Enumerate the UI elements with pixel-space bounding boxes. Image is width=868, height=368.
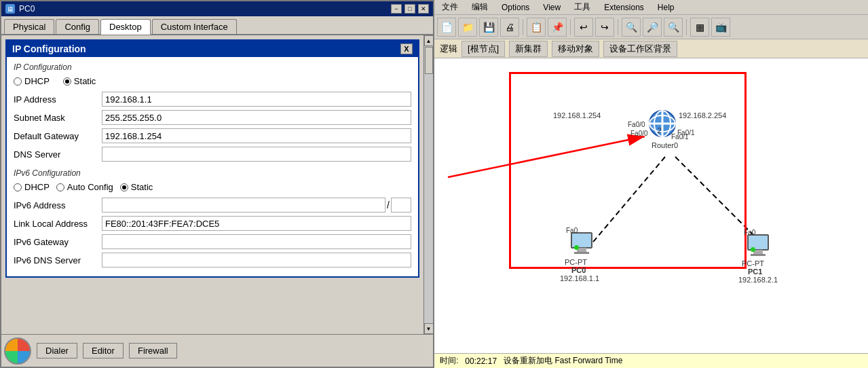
bottom-icon: [4, 337, 31, 365]
secondary-toolbar: 逻辑 [根节点] 新集群 移动对象 设备工作区背景: [434, 39, 868, 58]
zoom-in-button[interactable]: 🔍: [622, 18, 641, 37]
ipv6-section-label: IPv6 Configuration: [14, 168, 411, 178]
router-port-fa00: Fa0/0: [630, 130, 648, 137]
link-local-input[interactable]: [102, 216, 411, 231]
static-radio[interactable]: [63, 77, 71, 86]
ipv6-dhcp-radio[interactable]: [14, 183, 22, 191]
tab-custom[interactable]: Custom Interface: [152, 19, 237, 34]
tab-bar: Physical Config Desktop Custom Interface: [1, 16, 433, 35]
ipv6-static-radio[interactable]: [120, 183, 128, 191]
copy-button[interactable]: 📋: [527, 18, 546, 37]
ipv6-auto-option[interactable]: Auto Config: [56, 182, 113, 192]
bottom-bar: Dialer Editor Firewall: [1, 334, 433, 367]
ip-config-title-bar: IP Configuration X: [7, 41, 418, 57]
default-gateway-input[interactable]: [102, 128, 411, 143]
tab-physical[interactable]: Physical: [4, 19, 54, 34]
redo-button[interactable]: ↪: [595, 18, 614, 37]
pc1-type-label: PC-PT: [742, 259, 764, 268]
open-button[interactable]: 📁: [458, 18, 477, 37]
ipv6-prefix-input[interactable]: [391, 198, 411, 213]
inspect-button[interactable]: 📺: [711, 18, 730, 37]
static-label: Static: [74, 76, 96, 86]
scroll-up-button[interactable]: ▲: [424, 35, 434, 46]
move-object-button[interactable]: 移动对象: [552, 41, 599, 57]
tab-desktop[interactable]: Desktop: [100, 19, 151, 35]
router-fa00-label: Fa0/0: [628, 121, 645, 128]
router-ip1-label: 192.168.1.254: [553, 111, 601, 119]
ipv4-section-label: IP Configuration: [14, 62, 411, 72]
menu-tools[interactable]: 工具: [572, 1, 592, 14]
ipv6-address-input[interactable]: [102, 198, 385, 213]
scrollbar-track[interactable]: [424, 46, 433, 323]
logic-label: 逻辑: [440, 43, 457, 55]
pc1-link-light: [751, 247, 755, 252]
router-port-num: 2: [658, 127, 662, 134]
save-button[interactable]: 💾: [479, 18, 498, 37]
dhcp-option[interactable]: DHCP: [14, 76, 50, 86]
ip-address-label: IP Address: [14, 94, 102, 105]
pc0-link-light: [574, 245, 579, 250]
editor-button[interactable]: Editor: [83, 343, 124, 358]
menu-file[interactable]: 文件: [440, 1, 460, 14]
ip-config-box: IP Configuration X IP Configuration DHCP: [5, 39, 419, 278]
svg-rect-11: [574, 252, 589, 254]
tab-config[interactable]: Config: [56, 19, 99, 34]
subnet-mask-input[interactable]: [102, 110, 411, 125]
window-icon: 🖥: [5, 4, 15, 14]
device-workspace-bg-button[interactable]: 设备工作区背景: [603, 41, 677, 57]
status-bar: 时间: 00:22:17 设备重新加电 Fast Forward Time: [434, 353, 868, 368]
close-window-button[interactable]: ✕: [418, 4, 429, 14]
restore-button[interactable]: □: [404, 4, 415, 14]
ipv6-static-option[interactable]: Static: [120, 182, 153, 192]
pc0-container: [570, 232, 595, 257]
zoom-out-button[interactable]: 🔍: [664, 18, 683, 37]
ip-config-title: IP Configuration: [12, 43, 86, 54]
pc0-type-label: PC-PT: [565, 258, 587, 266]
ipv6-dhcp-label: DHCP: [24, 182, 50, 192]
dns-server-row: DNS Server: [14, 147, 411, 162]
zoom-tool-button[interactable]: 🔎: [643, 18, 662, 37]
ipv6-address-label: IPv6 Address: [14, 200, 102, 210]
ip-address-input[interactable]: [102, 92, 411, 107]
main-app: 文件 编辑 Options View 工具 Extensions Help 📄 …: [434, 0, 868, 368]
scrollbar[interactable]: ▲ ▼: [423, 35, 433, 334]
paste-button[interactable]: 📌: [548, 18, 567, 37]
status-time-label: 时间:: [440, 355, 458, 367]
ipv6-auto-radio[interactable]: [56, 183, 64, 191]
dns-server-input[interactable]: [102, 147, 411, 162]
new-button[interactable]: 📄: [437, 18, 456, 37]
ipv6-gateway-input[interactable]: [102, 234, 411, 249]
pc0-name-label: PC0: [571, 266, 586, 274]
menu-edit[interactable]: 编辑: [470, 1, 490, 14]
undo-button[interactable]: ↩: [574, 18, 593, 37]
pc0-port-label: Fa0: [566, 227, 578, 234]
menu-view[interactable]: View: [541, 2, 563, 13]
ip-config-close-button[interactable]: X: [400, 43, 413, 54]
dhcp-radio[interactable]: [14, 77, 22, 86]
scrollbar-thumb[interactable]: [425, 47, 433, 74]
firewall-button[interactable]: Firewall: [129, 343, 177, 358]
dialer-button[interactable]: Dialer: [37, 343, 77, 358]
root-node-button[interactable]: [根节点]: [461, 41, 505, 57]
menu-options[interactable]: Options: [499, 2, 531, 13]
ipv6-mode-row: DHCP Auto Config Static: [14, 182, 411, 192]
ipv6-dhcp-option[interactable]: DHCP: [14, 182, 50, 192]
dhcp-label: DHCP: [24, 76, 50, 86]
svg-rect-14: [751, 254, 766, 256]
status-time-value: 00:22:17: [465, 356, 497, 366]
grid-button[interactable]: ▦: [690, 18, 709, 37]
menu-help[interactable]: Help: [656, 2, 677, 13]
scroll-down-button[interactable]: ▼: [424, 323, 434, 334]
ip-address-row: IP Address: [14, 92, 411, 107]
pc1-ip-label: 192.168.2.1: [738, 276, 778, 284]
pc0-ip-label: 192.168.1.1: [560, 274, 599, 282]
ipv4-mode-row: DHCP Static: [14, 76, 411, 86]
highlight-rect: [509, 72, 747, 269]
menu-extensions[interactable]: Extensions: [602, 2, 646, 13]
router-container: Fa0/0 Fa0/1 2: [648, 109, 677, 140]
minimize-button[interactable]: −: [391, 4, 402, 14]
print-button[interactable]: 🖨: [500, 18, 519, 37]
new-cluster-button[interactable]: 新集群: [509, 41, 548, 57]
ipv6-dns-input[interactable]: [102, 253, 411, 268]
static-option[interactable]: Static: [63, 76, 96, 86]
